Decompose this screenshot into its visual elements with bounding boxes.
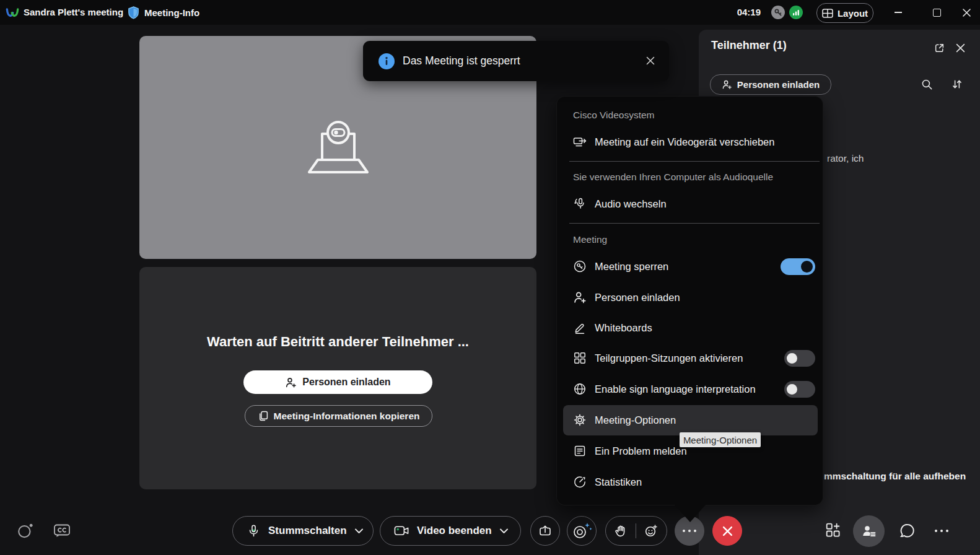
more-panels-button[interactable] <box>932 521 952 541</box>
menu-item-label: Statistiken <box>595 467 642 497</box>
reactions-button-group <box>605 516 667 546</box>
menu-item-lock-meeting[interactable]: Meeting sperren <box>563 251 818 282</box>
share-screen-button[interactable] <box>530 516 560 546</box>
minimize-button[interactable] <box>885 0 912 25</box>
breakout-grid-icon <box>573 351 587 365</box>
more-dots-icon <box>935 530 948 532</box>
meeting-info-button[interactable]: Meeting-Info <box>128 0 199 25</box>
apps-grid-icon <box>825 522 842 540</box>
panel-sort-button[interactable] <box>950 77 964 91</box>
meeting-options-tooltip: Meeting-Optionen <box>680 432 761 447</box>
menu-section-video-system: Cisco Videosystem <box>573 110 655 121</box>
chevron-down-icon <box>500 528 508 534</box>
search-icon <box>921 79 933 90</box>
panel-invite-button[interactable]: Personen einladen <box>710 74 831 95</box>
layout-button[interactable]: Layout <box>816 3 873 23</box>
invite-people-label: Personen einladen <box>302 377 390 388</box>
menu-section-audio-source: Sie verwenden Ihren Computer als Audioqu… <box>573 172 773 183</box>
panel-invite-label: Personen einladen <box>737 79 820 90</box>
network-quality-badge[interactable] <box>789 6 803 19</box>
maximize-button[interactable] <box>923 0 950 25</box>
webex-assistant-button[interactable] <box>15 521 35 541</box>
chat-button[interactable] <box>898 521 917 541</box>
move-to-device-icon <box>573 135 587 149</box>
globe-icon <box>573 382 587 396</box>
menu-item-label: Ein Problem melden <box>595 436 687 466</box>
menu-pointer-arrow <box>675 505 706 522</box>
reactions-smiley-icon[interactable] <box>644 524 658 538</box>
apps-button[interactable] <box>824 521 844 541</box>
meeting-timer: 04:19 <box>724 0 761 25</box>
mute-button[interactable]: Stummschalten <box>232 516 374 546</box>
breakout-sessions-toggle[interactable] <box>784 350 815 367</box>
signal-bars-icon <box>792 8 800 17</box>
copy-meeting-info-button[interactable]: Meeting-Informationen kopieren <box>245 405 432 427</box>
menu-item-invite-people[interactable]: Personen einladen <box>563 282 818 313</box>
participant-row-fragment: rator, ich <box>827 153 864 164</box>
menu-item-meeting-options[interactable]: Meeting-Optionen <box>563 405 818 435</box>
assistant-icon <box>16 522 35 540</box>
record-button[interactable] <box>567 516 597 546</box>
menu-item-move-to-device[interactable]: Meeting auf ein Videogerät verschieben <box>563 127 818 157</box>
leave-meeting-button[interactable] <box>712 516 742 546</box>
pencil-icon <box>573 321 587 334</box>
meeting-info-label: Meeting-Info <box>144 7 199 18</box>
menu-item-label: Audio wechseln <box>595 189 667 219</box>
maximize-icon <box>933 9 941 17</box>
meeting-locked-toast: Das Meeting ist gesperrt <box>363 41 669 81</box>
menu-item-breakout-sessions[interactable]: Teilgruppen-Sitzungen aktivieren <box>563 343 818 374</box>
menu-item-label: Whiteboards <box>595 313 652 343</box>
layout-label: Layout <box>838 8 868 19</box>
divider <box>636 523 636 538</box>
participants-toggle-button[interactable] <box>853 515 885 547</box>
lock-key-icon <box>573 260 587 273</box>
share-screen-icon <box>538 525 552 537</box>
toast-message: Das Meeting ist gesperrt <box>403 55 520 68</box>
menu-item-sign-language[interactable]: Enable sign language interpretation <box>563 374 818 404</box>
meeting-locked-badge[interactable] <box>771 6 785 19</box>
close-window-button[interactable] <box>953 0 980 25</box>
participants-panel-title: Teilnehmer (1) <box>711 39 787 52</box>
menu-item-statistics[interactable]: Statistiken <box>563 467 818 497</box>
panel-popout-button[interactable] <box>932 41 946 55</box>
panel-search-button[interactable] <box>920 77 934 91</box>
menu-item-label: Meeting auf ein Videogerät verschieben <box>595 127 774 157</box>
close-icon <box>722 526 733 536</box>
stop-video-button-label: Video beenden <box>417 525 492 537</box>
copy-meeting-info-label: Meeting-Informationen kopieren <box>274 411 420 422</box>
key-icon <box>773 7 783 17</box>
raise-hand-icon[interactable] <box>615 525 627 538</box>
close-icon <box>956 43 965 53</box>
lock-meeting-toggle[interactable] <box>781 258 815 275</box>
closed-captions-button[interactable] <box>52 521 72 541</box>
titlebar: Sandra Plett's meeting Meeting-Info 04:1… <box>0 0 980 25</box>
menu-divider <box>569 161 820 162</box>
menu-item-whiteboards[interactable]: Whiteboards <box>563 313 818 343</box>
menu-divider <box>569 223 820 224</box>
panel-close-button[interactable] <box>953 41 967 55</box>
self-view-tile: Warten auf Beitritt anderer Teilnehmer .… <box>139 267 536 489</box>
sign-language-toggle[interactable] <box>784 381 815 398</box>
camera-icon <box>394 525 409 537</box>
menu-item-switch-audio[interactable]: Audio wechseln <box>563 189 818 219</box>
invite-people-button[interactable]: Personen einladen <box>243 370 432 394</box>
toast-close-button[interactable] <box>643 53 658 68</box>
webex-meeting-window: Sandra Plett's meeting Meeting-Info 04:1… <box>0 0 980 555</box>
menu-item-label: Personen einladen <box>595 282 680 313</box>
record-icon <box>571 522 592 541</box>
statistics-icon <box>573 475 587 489</box>
unmute-all-button-fragment[interactable]: mmschaltung für alle aufheben <box>824 471 979 482</box>
minimize-icon <box>895 12 902 13</box>
chevron-down-icon <box>355 528 363 534</box>
stop-video-button[interactable]: Video beenden <box>380 516 521 546</box>
sparkle-icon <box>585 523 590 528</box>
mute-button-label: Stummschalten <box>268 525 347 537</box>
copy-icon <box>258 411 268 421</box>
person-add-icon <box>722 79 732 90</box>
webex-logo-icon <box>6 6 19 19</box>
popout-icon <box>934 43 945 53</box>
shield-icon <box>128 6 139 19</box>
menu-section-meeting: Meeting <box>573 234 607 245</box>
video-device-placeholder-icon <box>301 118 375 177</box>
microphone-icon <box>247 524 261 538</box>
